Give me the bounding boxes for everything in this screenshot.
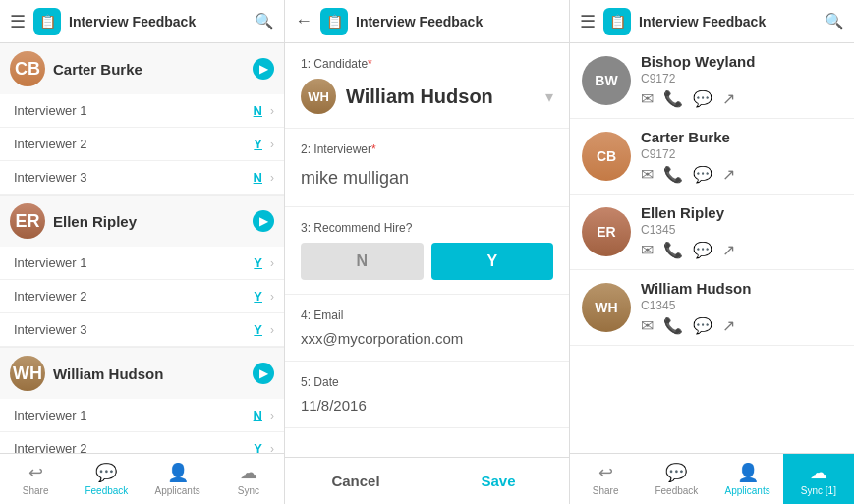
form-field-interviewer: 2: Interviewer* mike mulligan (285, 129, 569, 207)
middle-top-bar: ← 📋 Interview Feedback (285, 0, 569, 43)
avatar-carter-right: CB (582, 132, 631, 181)
william-interviewer-2[interactable]: Interviewer 2 Y › (0, 432, 284, 453)
phone-icon[interactable]: 📞 (663, 165, 683, 184)
form-field-candidate: 1: Candidate* WH William Hudson ▾ (285, 43, 569, 129)
left-scroll: CB Carter Burke ▶ Interviewer 1 N › Inte… (0, 43, 284, 453)
right-top-bar: ☰ 📋 Interview Feedback 🔍 (570, 0, 854, 43)
form-body: 1: Candidate* WH William Hudson ▾ 2: Int… (285, 43, 569, 428)
phone-icon[interactable]: 📞 (663, 241, 683, 259)
candidate-group-william: WH William Hudson ▶ Interviewer 1 N › In… (0, 348, 284, 453)
recommend-n-button[interactable]: N (301, 243, 424, 280)
link-icon[interactable]: ↗ (722, 89, 735, 108)
right-search-icon[interactable]: 🔍 (825, 12, 844, 30)
chat-icon[interactable]: 💬 (693, 316, 712, 335)
candidate-arrow-carter[interactable]: ▶ (253, 58, 274, 80)
candidate-header-carter: CB Carter Burke ▶ (0, 43, 284, 94)
ellen-interviewer-1[interactable]: Interviewer 1 Y › (0, 247, 284, 280)
right-menu-icon[interactable]: ☰ (580, 11, 596, 32)
contact-list: BW Bishop Weyland C9172 ✉ 📞 💬 ↗ CB Carte… (570, 43, 854, 453)
link-icon[interactable]: ↗ (722, 316, 735, 335)
candidate-name-william: William Hudson (53, 365, 253, 382)
avatar-bishop: BW (582, 56, 631, 105)
date-value[interactable]: 11/8/2016 (301, 397, 553, 414)
chevron-icon: › (270, 104, 274, 118)
right-app-icon: 📋 (603, 8, 631, 35)
recommend-row: N Y (301, 243, 553, 280)
chevron-icon: › (270, 256, 274, 270)
contact-id-william: C1345 (641, 299, 842, 312)
tab-share-right[interactable]: ↩ Share (570, 454, 641, 504)
avatar-ellen-right: ER (582, 207, 631, 256)
tab-applicants-left[interactable]: 👤 Applicants (142, 454, 213, 504)
left-bottom-bar: ↩ Share 💬 Feedback 👤 Applicants ☁ Sync (0, 453, 284, 504)
applicants-icon: 👤 (167, 462, 189, 483)
chevron-icon: › (270, 290, 274, 304)
candidate-group-ellen: ER Ellen Ripley ▶ Interviewer 1 Y › Inte… (0, 196, 284, 348)
save-button[interactable]: Save (427, 458, 569, 504)
candidate-arrow-ellen[interactable]: ▶ (253, 210, 274, 232)
contact-name-carter: Carter Burke (641, 129, 842, 145)
tab-sync-left[interactable]: ☁ Sync (213, 454, 284, 504)
email-value[interactable]: xxx@mycorporation.com (301, 330, 553, 347)
share-icon: ↩ (598, 462, 613, 483)
left-app-icon: 📋 (33, 8, 61, 35)
candidate-arrow-william[interactable]: ▶ (253, 363, 274, 384)
contact-name-william: William Hudson (641, 280, 842, 297)
chat-icon[interactable]: 💬 (693, 241, 712, 259)
contact-item-ellen: ER Ellen Ripley C1345 ✉ 📞 💬 ↗ (570, 195, 854, 270)
candidate-header-ellen: ER Ellen Ripley ▶ (0, 196, 284, 247)
chevron-icon: › (270, 409, 274, 422)
right-title: Interview Feedback (639, 14, 825, 29)
candidate-name-carter: Carter Burke (53, 61, 253, 78)
ellen-interviewer-3[interactable]: Interviewer 3 Y › (0, 313, 284, 347)
feedback-icon: 💬 (665, 462, 687, 483)
tab-feedback-right[interactable]: 💬 Feedback (641, 454, 712, 504)
middle-panel: ← 📋 Interview Feedback 1: Candidate* WH … (285, 0, 570, 504)
email-icon[interactable]: ✉ (641, 165, 654, 184)
carter-interviewer-3[interactable]: Interviewer 3 N › (0, 161, 284, 195)
tab-feedback-left[interactable]: 💬 Feedback (71, 454, 142, 504)
chat-icon[interactable]: 💬 (693, 89, 712, 108)
contact-item-bishop: BW Bishop Weyland C9172 ✉ 📞 💬 ↗ (570, 43, 854, 119)
share-icon: ↩ (28, 462, 43, 483)
left-top-bar: ☰ 📋 Interview Feedback 🔍 (0, 0, 284, 43)
phone-icon[interactable]: 📞 (663, 89, 683, 108)
back-icon[interactable]: ← (295, 11, 313, 31)
william-interviewer-1[interactable]: Interviewer 1 N › (0, 399, 284, 432)
sync-icon: ☁ (810, 462, 827, 483)
interviewer-value[interactable]: mike mulligan (301, 164, 553, 193)
contact-id-ellen: C1345 (641, 223, 842, 237)
left-search-icon[interactable]: 🔍 (255, 12, 274, 30)
chat-icon[interactable]: 💬 (693, 165, 712, 184)
cancel-button[interactable]: Cancel (285, 458, 427, 504)
tab-share-left[interactable]: ↩ Share (0, 454, 71, 504)
avatar-william-right: WH (582, 283, 631, 332)
left-menu-icon[interactable]: ☰ (10, 11, 26, 32)
email-icon[interactable]: ✉ (641, 89, 654, 108)
form-field-date: 5: Date 11/8/2016 (285, 362, 569, 428)
link-icon[interactable]: ↗ (722, 165, 735, 184)
carter-interviewer-1[interactable]: Interviewer 1 N › (0, 94, 284, 128)
contact-item-william: WH William Hudson C1345 ✉ 📞 💬 ↗ (570, 270, 854, 346)
link-icon[interactable]: ↗ (722, 241, 735, 259)
email-icon[interactable]: ✉ (641, 241, 654, 259)
form-actions: Cancel Save (285, 457, 569, 504)
phone-icon[interactable]: 📞 (663, 316, 683, 335)
form-candidate-avatar: WH (301, 79, 336, 114)
chevron-icon: › (270, 171, 274, 185)
avatar-william: WH (10, 356, 45, 391)
contact-id-bishop: C9172 (641, 72, 842, 85)
carter-interviewer-2[interactable]: Interviewer 2 Y › (0, 128, 284, 161)
recommend-y-button[interactable]: Y (431, 243, 554, 280)
tab-sync-right[interactable]: ☁ Sync [1] (783, 454, 854, 504)
feedback-icon: 💬 (95, 462, 117, 483)
contact-item-carter: CB Carter Burke C9172 ✉ 📞 💬 ↗ (570, 119, 854, 195)
dropdown-arrow-icon[interactable]: ▾ (545, 87, 553, 106)
form-candidate-name: William Hudson (346, 85, 536, 108)
sync-icon: ☁ (240, 462, 257, 483)
tab-applicants-right[interactable]: 👤 Applicants (712, 454, 783, 504)
candidate-name-ellen: Ellen Ripley (53, 213, 253, 230)
email-icon[interactable]: ✉ (641, 316, 654, 335)
candidate-header-william: WH William Hudson ▶ (0, 348, 284, 399)
ellen-interviewer-2[interactable]: Interviewer 2 Y › (0, 280, 284, 313)
